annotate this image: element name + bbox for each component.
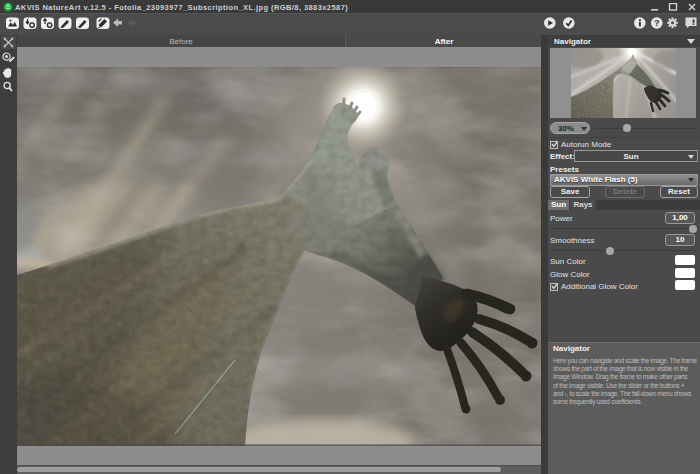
svg-text:?: ? xyxy=(654,18,660,28)
